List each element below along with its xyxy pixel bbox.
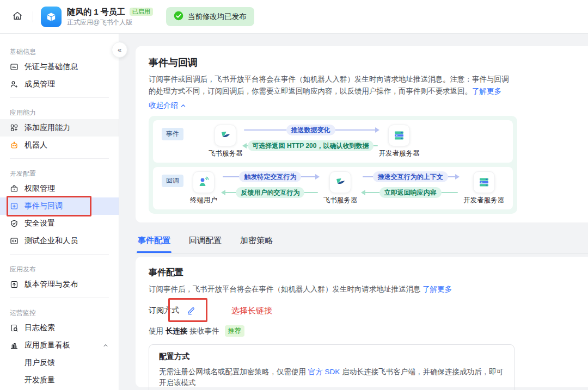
node-label: 飞书服务器	[209, 149, 243, 158]
edit-subscribe-mode-button[interactable]	[187, 306, 195, 315]
sidebar-item-members[interactable]: 成员管理	[0, 76, 119, 93]
home-button[interactable]	[10, 9, 25, 24]
sidebar-item-bot[interactable]: 机器人	[0, 137, 119, 154]
home-icon	[12, 10, 23, 23]
app-subtitle: 正式应用@飞书个人版	[67, 19, 153, 26]
app-status-badge: 已启用	[130, 8, 153, 16]
permission-icon	[10, 184, 19, 193]
sidebar-item-quality-dashboard[interactable]: 应用质量看板	[0, 337, 119, 354]
sidebar-item-permissions[interactable]: 权限管理	[0, 180, 119, 197]
robot-icon	[10, 141, 19, 150]
server-icon	[473, 171, 495, 193]
credential-icon	[10, 63, 19, 71]
sidebar-item-version-publish[interactable]: 版本管理与发布	[0, 276, 119, 293]
app-name: 随风的 1 号员工	[67, 8, 125, 16]
sidebar-collapse-button[interactable]: «	[112, 42, 127, 58]
sidebar-item-log-search[interactable]: 日志检索	[0, 319, 119, 337]
config-mode-text: 无需注册公网域名或配置加密策略，仅需使用 官方 SDK 启动长连接飞书客户端，并…	[159, 367, 504, 388]
sidebar-subitem-dev-quality[interactable]: 开发质量	[0, 372, 119, 389]
event-flow-row: 事件 飞书服务器 推送数	[153, 120, 513, 163]
callback-flow-row: 回调 终端用户	[153, 167, 513, 209]
tab-encryption-strategy[interactable]: 加密策略	[239, 228, 274, 253]
config-mode-title: 配置方式	[159, 352, 504, 362]
config-tabs: 事件配置 回调配置 加密策略	[136, 224, 588, 253]
arrow-left: 立即返回响应内容	[362, 186, 459, 199]
sidebar-item-test-org[interactable]: 测试企业和人员	[0, 232, 119, 250]
app-logo-icon[interactable]	[41, 7, 62, 27]
sidebar-section-basic-info: 基础信息	[0, 41, 119, 58]
subscribe-mode-row: 订阅方式 选择长链接	[149, 305, 575, 317]
log-search-icon	[10, 324, 19, 332]
intro-card: 事件与回调 订阅事件或回调后，飞书开放平台将会在事件（如机器人入群）发生时向请求…	[136, 46, 588, 222]
arrow-label: 触发特定交互行为	[239, 171, 301, 182]
node-label: 终端用户	[190, 196, 217, 205]
arrow-left: 可选择返回 HTTP 200，以确认收到数据	[243, 139, 379, 152]
event-badge: 事件	[162, 128, 183, 140]
feishu-logo-icon	[329, 171, 351, 193]
sidebar-item-label: 安全设置	[24, 219, 55, 228]
top-header: 随风的 1 号员工 已启用 正式应用@飞书个人版 当前修改均已发布	[0, 0, 588, 34]
sidebar-item-events-callbacks[interactable]: 事件与回调	[0, 197, 119, 215]
version-publish-icon	[10, 280, 19, 289]
arrow-right: 触发特定交互行为	[222, 170, 319, 183]
add-capability-icon	[10, 123, 19, 132]
sidebar-item-security[interactable]: 安全设置	[0, 215, 119, 232]
chevron-up-icon[interactable]	[102, 342, 109, 349]
learn-more-link[interactable]: 了解更多	[472, 87, 501, 95]
arrow-label: 推送交互行为的上下文	[373, 171, 448, 182]
callback-arrows-2: 推送交互行为的上下文 立即返回响应内容	[362, 170, 459, 199]
page-title: 事件与回调	[149, 56, 575, 69]
sidebar-item-add-capability[interactable]: 添加应用能力	[0, 119, 119, 137]
sidebar-item-label: 权限管理	[24, 184, 55, 194]
node-label: 开发者服务器	[379, 149, 420, 158]
quality-dashboard-icon	[10, 341, 19, 350]
sidebar-section-monitoring: 运营监控	[0, 302, 119, 319]
code-brackets-icon	[10, 237, 19, 245]
arrow-label: 反馈用户的交互行为	[236, 187, 304, 198]
sidebar-item-label: 凭证与基础信息	[24, 62, 78, 72]
collapse-chevrons-icon: «	[118, 46, 121, 54]
published-status-text: 当前修改均已发布	[188, 12, 247, 22]
event-config-description: 订阅事件后，飞书开放平台将会在事件（如机器人入群）发生时向请求地址推送消息 了解…	[149, 284, 575, 295]
event-config-title: 事件配置	[149, 267, 575, 278]
member-add-icon	[10, 80, 19, 89]
sidebar-item-label: 事件与回调	[24, 201, 63, 211]
subscribe-mode-label: 订阅方式	[149, 306, 179, 315]
arrow-right: 推送数据变化	[243, 123, 379, 137]
sidebar-subitem-user-feedback[interactable]: 用户反馈	[0, 354, 119, 372]
sidebar-item-label: 添加应用能力	[24, 123, 70, 133]
subscribe-usage-line: 使用 长连接 接收事件 推荐	[149, 325, 575, 337]
sidebar-section-publish: 应用发布	[0, 259, 119, 276]
sidebar-section-capabilities: 应用能力	[0, 102, 119, 119]
user-icon	[193, 171, 215, 193]
header-divider	[33, 11, 33, 22]
sidebar-divider	[10, 254, 109, 255]
sidebar-item-label: 机器人	[24, 140, 47, 150]
recommend-badge: 推荐	[225, 325, 244, 337]
published-status-pill: 当前修改均已发布	[166, 7, 254, 26]
arrow-right: 推送交互行为的上下文	[362, 170, 459, 183]
annotation-text: 选择长链接	[231, 306, 272, 316]
sidebar-section-dev-config: 开发配置	[0, 163, 119, 180]
sidebar-item-credentials[interactable]: 凭证与基础信息	[0, 58, 119, 76]
event-config-card: 事件配置 订阅事件后，飞书开放平台将会在事件（如机器人入群）发生时向请求地址推送…	[136, 257, 588, 387]
feishu-server-node: 飞书服务器	[323, 171, 358, 205]
sidebar-divider	[10, 158, 109, 159]
collapse-intro-label: 收起介绍	[149, 101, 178, 110]
tab-event-config[interactable]: 事件配置	[137, 228, 171, 253]
sidebar-item-label: 日志检索	[24, 323, 55, 333]
end-user-node: 终端用户	[190, 171, 217, 205]
feishu-logo-icon	[215, 125, 236, 146]
callback-arrows-1: 触发特定交互行为 反馈用户的交互行为	[222, 170, 319, 199]
usage-prefix: 使用	[149, 326, 163, 336]
event-config-description-text: 订阅事件后，飞书开放平台将会在事件（如机器人入群）发生时向请求地址推送消息	[149, 285, 421, 293]
chevron-up-icon	[180, 103, 186, 109]
config-mode-box: 配置方式 无需注册公网域名或配置加密策略，仅需使用 官方 SDK 启动长连接飞书…	[149, 344, 514, 390]
feishu-server-node: 飞书服务器	[209, 125, 243, 158]
collapse-intro-link[interactable]: 收起介绍	[149, 101, 186, 110]
official-sdk-link[interactable]: 官方 SDK	[308, 368, 340, 376]
arrow-label: 立即返回响应内容	[379, 187, 442, 198]
app-meta: 随风的 1 号员工 已启用 正式应用@飞书个人版	[67, 8, 153, 26]
tab-callback-config[interactable]: 回调配置	[188, 228, 223, 253]
learn-more-link[interactable]: 了解更多	[422, 285, 452, 293]
